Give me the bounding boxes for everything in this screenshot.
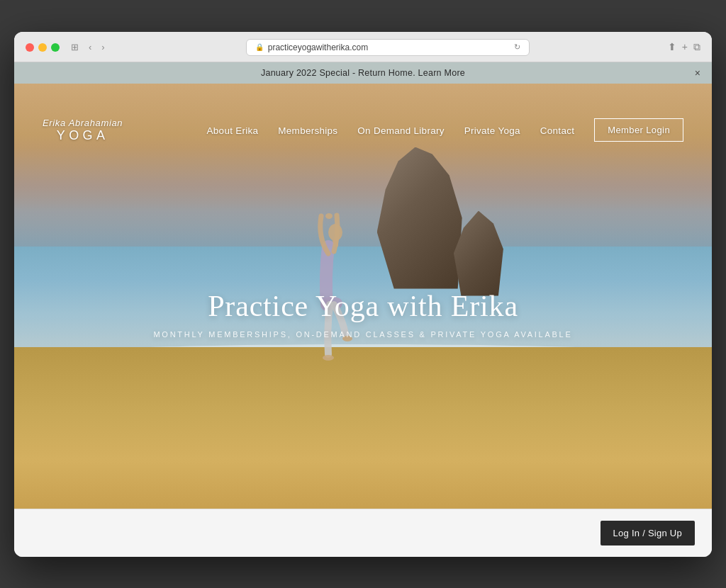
- tabs-icon[interactable]: ⧉: [693, 41, 700, 53]
- new-tab-icon[interactable]: +: [682, 41, 688, 53]
- nav-item-about[interactable]: About Erika: [207, 124, 259, 137]
- nav-item-private-yoga[interactable]: Private Yoga: [464, 124, 520, 137]
- browser-chrome: ⊞ ‹ › 🔒 practiceyogawitherika.com ↻ ⬆ + …: [14, 32, 712, 62]
- maximize-button[interactable]: [51, 43, 60, 52]
- nav-link-contact[interactable]: Contact: [540, 125, 574, 136]
- announcement-text: January 2022 Special - Return Home. Lear…: [261, 68, 465, 78]
- nav-item-memberships[interactable]: Memberships: [278, 124, 337, 137]
- hero-section: Erika Abrahamian YOGA About Erika Member…: [14, 84, 712, 509]
- forward-icon[interactable]: ›: [99, 40, 107, 54]
- svg-point-3: [323, 355, 334, 361]
- traffic-lights: [26, 43, 60, 52]
- share-icon[interactable]: ⬆: [668, 41, 676, 53]
- nav-item-on-demand[interactable]: On Demand Library: [357, 124, 444, 137]
- sand: [14, 347, 712, 509]
- minimize-button[interactable]: [38, 43, 47, 52]
- navbar: Erika Abrahamian YOGA About Erika Member…: [14, 106, 712, 154]
- nav-item-member-login[interactable]: Member Login: [594, 118, 683, 142]
- announcement-banner: January 2022 Special - Return Home. Lear…: [14, 62, 712, 84]
- nav-links: About Erika Memberships On Demand Librar…: [207, 118, 683, 142]
- back-icon[interactable]: ‹: [86, 40, 94, 54]
- nav-link-memberships[interactable]: Memberships: [278, 125, 337, 136]
- nav-item-contact[interactable]: Contact: [540, 124, 574, 137]
- close-button[interactable]: [26, 43, 34, 52]
- url-text: practiceyogawitherika.com: [268, 43, 368, 52]
- login-signup-button[interactable]: Log In / Sign Up: [601, 521, 695, 545]
- svg-point-2: [325, 213, 333, 219]
- nav-link-private-yoga[interactable]: Private Yoga: [464, 125, 520, 136]
- hero-subtitle: Monthly Memberships, On-Demand Classes &…: [14, 330, 712, 339]
- browser-window: ⊞ ‹ › 🔒 practiceyogawitherika.com ↻ ⬆ + …: [14, 32, 712, 557]
- hero-text-block: Practice Yoga with Erika Monthly Members…: [14, 289, 712, 339]
- address-bar[interactable]: 🔒 practiceyogawitherika.com ↻: [246, 39, 530, 56]
- hero-title: Practice Yoga with Erika: [14, 289, 712, 323]
- site-logo[interactable]: Erika Abrahamian YOGA: [43, 118, 123, 143]
- bottom-bar: Log In / Sign Up: [14, 509, 712, 557]
- website-content: January 2022 Special - Return Home. Lear…: [14, 62, 712, 557]
- sidebar-toggle-icon[interactable]: ⊞: [68, 40, 82, 54]
- lock-icon: 🔒: [255, 43, 264, 51]
- browser-controls: ⊞ ‹ ›: [68, 40, 108, 54]
- logo-name: Erika Abrahamian: [43, 118, 123, 128]
- nav-link-about[interactable]: About Erika: [207, 125, 259, 136]
- announcement-close-button[interactable]: ×: [695, 68, 700, 78]
- logo-yoga: YOGA: [43, 128, 123, 143]
- member-login-button[interactable]: Member Login: [594, 118, 683, 142]
- browser-actions: ⬆ + ⧉: [668, 41, 700, 53]
- reload-icon[interactable]: ↻: [514, 43, 520, 52]
- nav-link-on-demand[interactable]: On Demand Library: [357, 125, 444, 136]
